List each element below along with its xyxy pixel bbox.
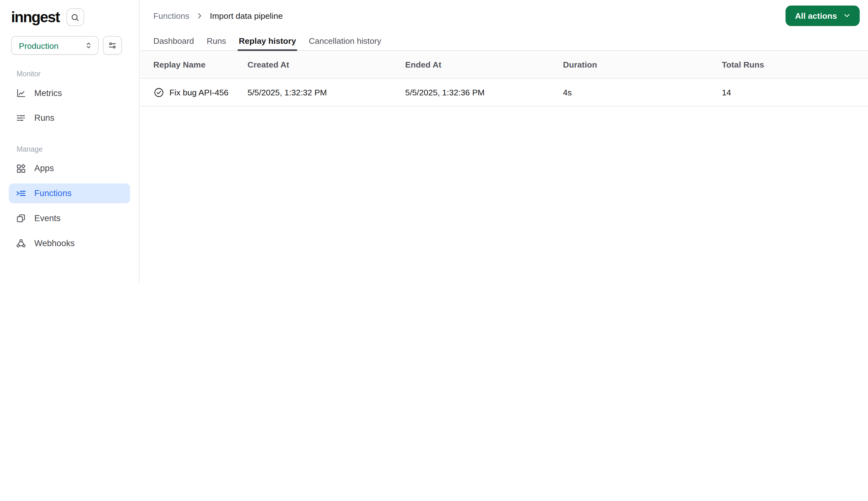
environment-selector[interactable]: Production [11, 36, 98, 55]
topbar: Functions Import data pipeline All actio… [140, 0, 868, 31]
ended-at-cell: 5/5/2025, 1:32:36 PM [405, 87, 563, 97]
inngest-logo[interactable]: inngest [11, 9, 59, 26]
environment-filter-button[interactable] [103, 36, 122, 55]
sidebar-item-label: Apps [34, 163, 54, 173]
sidebar-item-events[interactable]: Events [9, 208, 130, 228]
apps-grid-icon [15, 163, 26, 174]
replay-name-cell: Fix bug API-456 [153, 87, 248, 98]
sidebar-header: inngest [0, 0, 139, 31]
sidebar-item-runs[interactable]: Runs [9, 108, 130, 128]
tab-cancellation-history[interactable]: Cancellation history [309, 31, 381, 50]
sidebar-item-label: Metrics [34, 88, 62, 98]
chevron-right-icon [195, 11, 204, 20]
check-circle-icon [153, 87, 164, 98]
column-header-replay-name: Replay Name [153, 60, 248, 69]
function-list-icon [15, 188, 26, 199]
overlapping-squares-icon [15, 213, 26, 224]
tab-dashboard[interactable]: Dashboard [153, 31, 194, 50]
chevron-up-down-icon [84, 41, 93, 50]
sidebar: inngest Production [0, 0, 139, 283]
webhook-icon [15, 238, 26, 249]
table-header-row: Replay Name Created At Ended At Duration… [140, 51, 868, 79]
created-at-cell: 5/5/2025, 1:32:32 PM [248, 87, 405, 97]
search-icon [70, 12, 80, 22]
column-header-total-runs: Total Runs [722, 60, 868, 69]
environment-row: Production [0, 31, 139, 55]
section-label-monitor: Monitor [0, 70, 139, 78]
dashed-list-icon [15, 113, 26, 124]
sidebar-item-apps[interactable]: Apps [9, 159, 130, 179]
tab-replay-history[interactable]: Replay history [239, 31, 296, 50]
environment-label: Production [19, 41, 58, 50]
chevron-down-icon [842, 11, 851, 20]
app-root: inngest Production [0, 0, 868, 283]
column-header-ended-at: Ended At [405, 60, 563, 69]
sidebar-item-label: Webhooks [34, 238, 75, 248]
search-button[interactable] [66, 9, 84, 26]
sidebar-item-metrics[interactable]: Metrics [9, 83, 130, 103]
total-runs-cell: 14 [722, 87, 868, 97]
column-header-created-at: Created At [248, 60, 405, 69]
breadcrumb: Functions Import data pipeline [153, 11, 283, 20]
replay-name: Fix bug API-456 [169, 87, 228, 97]
breadcrumb-functions[interactable]: Functions [153, 11, 189, 20]
sliders-icon [108, 40, 118, 50]
sidebar-item-label: Runs [34, 113, 54, 123]
sidebar-item-label: Functions [34, 188, 72, 198]
chart-line-icon [15, 87, 26, 98]
table-row[interactable]: Fix bug API-456 5/5/2025, 1:32:32 PM 5/5… [140, 79, 868, 107]
all-actions-button[interactable]: All actions [785, 5, 859, 26]
sidebar-spacer [0, 258, 139, 283]
duration-cell: 4s [563, 87, 722, 97]
sidebar-item-functions[interactable]: Functions [9, 183, 130, 203]
main-content: Functions Import data pipeline All actio… [140, 0, 868, 283]
tab-runs[interactable]: Runs [207, 31, 226, 50]
sidebar-item-label: Events [34, 213, 61, 223]
page-title: Import data pipeline [210, 11, 283, 20]
section-label-manage: Manage [0, 145, 139, 153]
tab-bar: Dashboard Runs Replay history Cancellati… [140, 31, 868, 51]
all-actions-label: All actions [795, 11, 837, 20]
sidebar-item-webhooks[interactable]: Webhooks [9, 233, 130, 253]
column-header-duration: Duration [563, 60, 722, 69]
